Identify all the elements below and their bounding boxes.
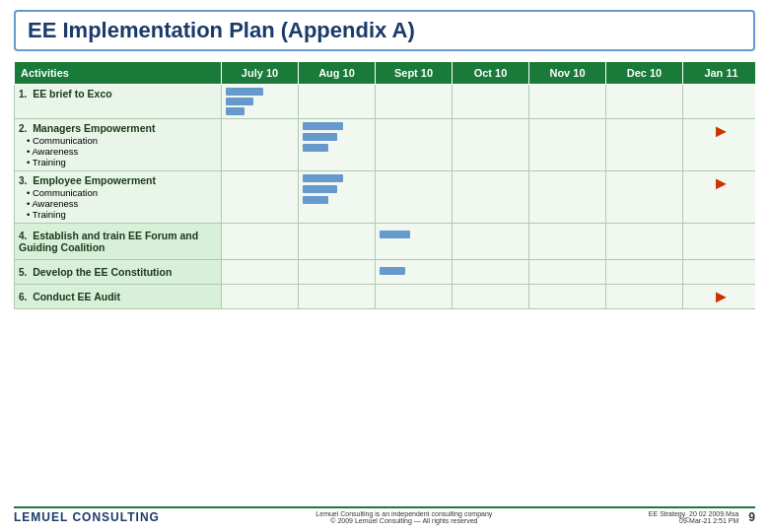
- gantt-cell: [606, 85, 683, 119]
- gantt-cell: [529, 119, 606, 171]
- gantt-cell: [606, 260, 683, 285]
- row-number: 4.: [19, 231, 27, 241]
- gantt-cell: [683, 260, 756, 285]
- gantt-cell: [683, 85, 756, 119]
- header-dec10: Dec 10: [606, 62, 683, 85]
- gantt-cell: [529, 224, 606, 260]
- footer-center-line2: © 2009 Lemuel Consulting — All rights re…: [315, 517, 492, 524]
- activity-cell: 1. EE brief to Exco: [15, 85, 222, 119]
- table-row: 2. Managers Empowerment • Communication …: [15, 119, 756, 171]
- gantt-cell: [453, 260, 529, 285]
- activity-cell: 6. Conduct EE Audit: [15, 285, 222, 309]
- footer: LEMUEL CONSULTING Lemuel Consulting is a…: [14, 506, 755, 526]
- gantt-cell: [299, 85, 376, 119]
- gantt-cell: [299, 171, 376, 224]
- activity-cell: 3. Employee Empowerment • Communication …: [15, 171, 222, 224]
- gantt-cell: [683, 224, 756, 260]
- gantt-cell: [376, 285, 453, 309]
- gantt-cell: [222, 285, 299, 309]
- gantt-cell: [453, 224, 529, 260]
- gantt-cell: [453, 171, 529, 224]
- header-nov10: Nov 10: [529, 62, 606, 85]
- footer-center-line1: Lemuel Consulting is an independent cons…: [315, 510, 492, 517]
- row-label: Conduct EE Audit: [33, 291, 120, 302]
- footer-right: EE Strategy_20 02 2009.Msa 09-Mar-21 2:5…: [649, 510, 738, 524]
- gantt-cell: [222, 260, 299, 285]
- gantt-cell: [529, 85, 606, 119]
- header-jul10: July 10: [222, 62, 299, 85]
- footer-right-line2: 09-Mar-21 2:51 PM: [649, 517, 738, 524]
- table-container: Activities July 10 Aug 10 Sept 10 Oct 10…: [14, 61, 755, 502]
- gantt-cell: [376, 260, 453, 285]
- row-number: 3.: [19, 175, 27, 186]
- row-label: Employee Empowerment: [33, 174, 156, 186]
- gantt-cell: ►: [683, 285, 756, 309]
- gantt-cell: [376, 171, 453, 224]
- gantt-table: Activities July 10 Aug 10 Sept 10 Oct 10…: [14, 61, 755, 309]
- row-number: 1.: [19, 89, 27, 100]
- gantt-cell: [606, 224, 683, 260]
- arrow-icon: ►: [713, 174, 731, 192]
- gantt-cell: [222, 85, 299, 119]
- gantt-cell: [529, 260, 606, 285]
- gantt-cell: [222, 224, 299, 260]
- gantt-cell: [376, 224, 453, 260]
- table-row: 5. Develop the EE Constitution: [15, 260, 756, 285]
- row-number: 6.: [19, 292, 27, 302]
- footer-company: LEMUEL CONSULTING: [14, 510, 160, 524]
- gantt-cell: [529, 171, 606, 224]
- gantt-cell: [376, 119, 453, 171]
- header-activities: Activities: [15, 62, 222, 85]
- table-row: 4. Establish and train EE Forum and Guid…: [15, 224, 756, 260]
- gantt-cell: [529, 285, 606, 309]
- gantt-cell: ►: [683, 171, 756, 224]
- page-title: EE Implementation Plan (Appendix A): [28, 18, 741, 43]
- activity-cell: 2. Managers Empowerment • Communication …: [15, 119, 222, 171]
- gantt-cell: [222, 171, 299, 224]
- footer-right-line1: EE Strategy_20 02 2009.Msa: [649, 510, 738, 517]
- header-jan11: Jan 11: [683, 62, 756, 85]
- activity-cell: 5. Develop the EE Constitution: [15, 260, 222, 285]
- gantt-cell: [299, 285, 376, 309]
- gantt-cell: [376, 85, 453, 119]
- activity-cell: 4. Establish and train EE Forum and Guid…: [15, 224, 222, 260]
- gantt-cell: [453, 285, 529, 309]
- row-label: Managers Empowerment: [33, 122, 155, 134]
- gantt-cell: [222, 119, 299, 171]
- row-number: 2.: [19, 123, 27, 134]
- footer-center: Lemuel Consulting is an independent cons…: [315, 510, 492, 524]
- row-label: Develop the EE Constitution: [33, 266, 172, 278]
- gantt-cell: [453, 119, 529, 171]
- table-header-row: Activities July 10 Aug 10 Sept 10 Oct 10…: [15, 62, 756, 85]
- arrow-icon: ►: [713, 288, 731, 305]
- gantt-cell: [299, 224, 376, 260]
- table-row: 1. EE brief to Exco: [15, 85, 756, 119]
- gantt-cell: [606, 119, 683, 171]
- header-oct10: Oct 10: [453, 62, 529, 85]
- table-row: 3. Employee Empowerment • Communication …: [15, 171, 756, 224]
- gantt-cell: [453, 85, 529, 119]
- row-number: 5.: [19, 267, 27, 278]
- header-sep10: Sept 10: [376, 62, 453, 85]
- gantt-cell: [606, 171, 683, 224]
- title-bar: EE Implementation Plan (Appendix A): [14, 10, 755, 51]
- footer-page: 9: [748, 510, 755, 524]
- table-row: 6. Conduct EE Audit ►: [15, 285, 756, 309]
- gantt-cell: [299, 260, 376, 285]
- header-aug10: Aug 10: [299, 62, 376, 85]
- gantt-cell: ►: [683, 119, 756, 171]
- row-label: Establish and train EE Forum and Guiding…: [19, 230, 198, 253]
- gantt-cell: [606, 285, 683, 309]
- arrow-icon: ►: [713, 122, 731, 140]
- row-label: EE brief to Exco: [33, 88, 112, 100]
- page-wrapper: EE Implementation Plan (Appendix A) Acti…: [0, 0, 769, 532]
- gantt-cell: [299, 119, 376, 171]
